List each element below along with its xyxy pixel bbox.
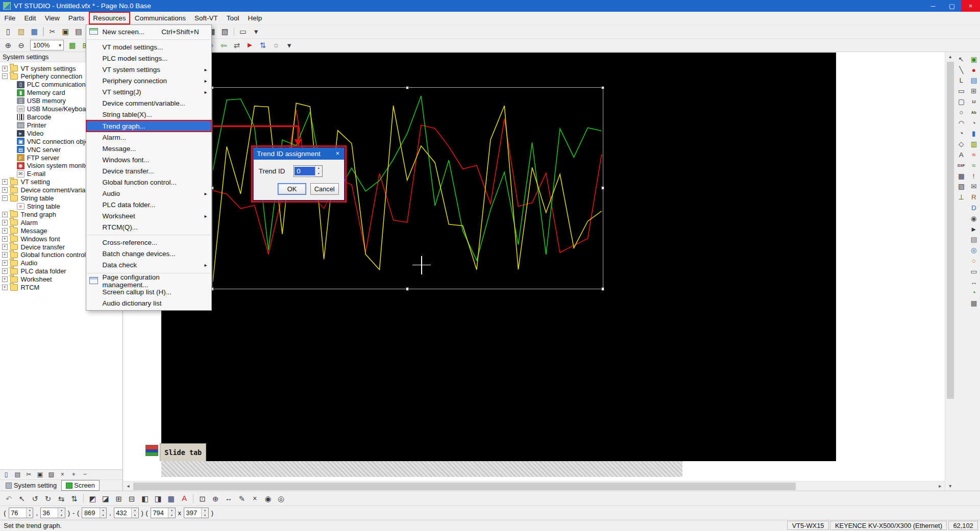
plc-transfer-icon[interactable]: ⇅ [257,39,269,51]
recipe-part-icon[interactable]: R [968,192,979,203]
text-display-icon[interactable]: Ab [968,108,979,118]
menu-parts[interactable]: Parts [64,12,89,24]
page-thumbnail[interactable] [145,445,158,456]
select-area-icon[interactable]: ⊡ [196,492,208,504]
horizontal-scroll-thumb[interactable] [133,483,796,490]
tree-new-icon[interactable]: ▯ [1,470,11,479]
send-to-back-icon[interactable]: ◪ [100,492,112,504]
video-part-icon[interactable]: ► [968,224,979,234]
ok-button[interactable]: OK [278,183,306,195]
ellipse-tool-icon[interactable]: ○ [955,108,967,118]
cut-icon[interactable]: ✂ [46,26,59,37]
bring-to-front-icon[interactable]: ◩ [86,492,99,504]
rectangle-tool-icon[interactable]: ▭ [955,86,967,96]
bit-switch-icon[interactable]: ▣ [968,55,979,65]
scroll-up-icon[interactable]: ▲ [945,52,955,61]
expand-icon[interactable]: + [2,66,8,71]
menu-item-screen-callup-list-h[interactable]: Screen callup list (H)... [86,287,211,298]
menu-item-audio[interactable]: Audio▸ [86,188,211,199]
polygon-tool-icon[interactable]: ◇ [955,139,967,149]
sector-tool-icon[interactable]: ◔ [955,129,967,139]
menu-edit[interactable]: Edit [20,12,40,24]
save-file-icon[interactable]: ▦ [28,26,40,37]
menu-item-batch-change-devices[interactable]: Batch change devices... [86,248,211,260]
width-field[interactable]: 794▴▾ [151,508,176,518]
menu-item-message[interactable]: Message... [86,143,211,154]
message-part-icon[interactable]: ✉ [968,182,979,192]
align-right-icon[interactable]: ◨ [152,492,164,504]
expand-icon[interactable]: + [2,179,8,185]
word-switch-icon[interactable]: ▤ [968,75,979,86]
selection-handle[interactable] [601,86,604,89]
menu-item-device-comment-variable[interactable]: Device comment/variable... [86,98,211,109]
select-tool-icon[interactable]: ↖ [955,55,967,65]
polyline-tool-icon[interactable]: L [955,75,967,86]
line-graph-icon[interactable]: ≈ [968,160,979,170]
data-file-icon[interactable]: D [968,203,979,213]
undo-edit-icon[interactable]: ↶ [3,492,15,504]
selection-handle[interactable] [601,186,604,189]
menu-item-new-screen[interactable]: New screen...Ctrl+Shift+N [86,26,211,37]
x2-field[interactable]: 869▴▾ [82,508,107,518]
maximize-button[interactable]: ▢ [943,0,962,12]
bit-lamp-icon[interactable]: ● [968,65,979,75]
align-left-icon[interactable]: ◧ [139,492,151,504]
copy-icon[interactable]: ▣ [59,26,71,37]
lock-object-icon[interactable]: ◉ [262,492,274,504]
menu-item-global-function-control[interactable]: Global function control... [86,176,211,188]
menu-view[interactable]: View [40,12,64,24]
menu-item-plc-model-settings[interactable]: PLC model settings... [86,53,211,64]
vertical-scroll-thumb[interactable] [947,62,954,399]
expand-icon[interactable]: + [2,268,8,274]
menu-resources[interactable]: Resources [89,12,130,24]
dxf-tool-icon[interactable]: DXF [955,160,967,170]
clock-display-icon[interactable]: ◔ [968,118,979,128]
tree-collapse-icon[interactable]: − [80,470,90,479]
scroll-right-icon[interactable]: ► [935,482,945,491]
preview-window-icon[interactable]: ▭ [237,26,249,37]
rotate-left-icon[interactable]: ↺ [29,492,41,504]
meter-part-icon[interactable]: ◔ [968,288,979,298]
minimize-button[interactable]: ─ [924,0,943,12]
flip-vertical-icon[interactable]: ⇅ [68,492,80,504]
editor-canvas[interactable]: Slide tab [123,52,945,481]
expand-icon[interactable]: + [2,285,8,290]
push-button-icon[interactable]: ▭ [968,266,979,276]
grid-display-icon[interactable]: ▦ [66,39,79,51]
delete-object-icon[interactable]: × [249,492,261,504]
menu-item-rtcm-q[interactable]: RTCM(Q)... [86,221,211,233]
menu-item-trend-graph[interactable]: Trend graph... [86,120,211,132]
preview-dropdown-icon[interactable]: ▾ [250,26,262,37]
selection-handle[interactable] [406,86,409,89]
menu-item-plc-data-folder[interactable]: PLC data folder... [86,199,211,210]
expand-icon[interactable]: + [2,252,8,258]
transfer-monitor-icon[interactable]: ⇄ [231,39,243,51]
expand-icon[interactable]: + [2,244,8,249]
transfer-from-vt-icon[interactable]: ⇦ [217,39,230,51]
selection-handle[interactable] [601,287,604,290]
slide-tab[interactable]: Slide tab [160,443,206,461]
collapse-icon[interactable]: − [2,73,8,79]
tab-screen[interactable]: Screen [61,480,100,491]
tree-props-icon[interactable]: ▤ [12,470,22,479]
menu-item-device-transfer[interactable]: Device transfer... [86,165,211,176]
line-tool-icon[interactable]: ╲ [955,65,967,75]
keypad-icon[interactable]: ⊞ [968,86,979,96]
rounded-rect-tool-icon[interactable]: ▢ [955,97,967,107]
y2-field[interactable]: 432▴▾ [114,508,139,518]
height-field[interactable]: 397▴▾ [184,508,209,518]
pilot-lamp-icon[interactable]: ○ [968,256,979,266]
trend-graph-tool-icon[interactable]: ≈ [968,150,979,160]
zoom-level-select[interactable]: 100% ▾ [30,40,64,50]
level-meter-icon[interactable]: ▥ [968,139,979,149]
tool-dropdown-icon[interactable]: ▾ [283,39,295,51]
tree-copy-icon[interactable]: ▣ [35,470,45,479]
numeric-display-icon[interactable]: 12 [968,97,979,107]
selection-handle[interactable] [406,287,409,290]
measure-icon[interactable]: ↔ [223,492,235,504]
cancel-button[interactable]: Cancel [310,183,339,195]
close-button[interactable]: × [961,0,980,12]
paste-icon[interactable]: ▤ [72,26,85,37]
image-tool-icon[interactable]: ▨ [955,182,967,192]
text-style-icon[interactable]: A [178,492,190,504]
